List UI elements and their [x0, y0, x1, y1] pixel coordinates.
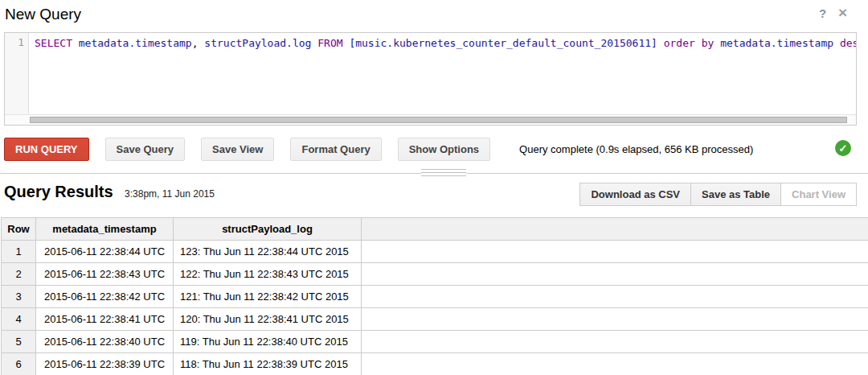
run-query-button[interactable]: RUN QUERY — [4, 138, 89, 161]
query-toolbar: RUN QUERY Save Query Save View Format Qu… — [4, 138, 864, 161]
table-cell[interactable]: 121: Thu Jun 11 22:38:42 UTC 2015 — [174, 286, 362, 308]
save-view-button[interactable]: Save View — [201, 138, 274, 161]
table-cell[interactable]: 3 — [2, 286, 36, 308]
code-token: SELECT — [35, 37, 72, 49]
results-timestamp: 3:38pm, 11 Jun 2015 — [125, 188, 215, 200]
save-query-button[interactable]: Save Query — [105, 138, 186, 161]
code-token: desc — [840, 37, 856, 49]
code-token — [657, 37, 664, 49]
code-token: order — [664, 37, 695, 49]
code-token: by — [702, 37, 714, 49]
sql-code-line[interactable]: SELECT metadata.timestamp, structPayload… — [30, 33, 856, 114]
results-header: Query Results 3:38pm, 11 Jun 2015 Downlo… — [4, 183, 857, 208]
results-actions: Download as CSV Save as Table Chart View — [579, 183, 857, 206]
code-token: structPayload.log — [204, 37, 311, 49]
save-as-table-button[interactable]: Save as Table — [690, 183, 781, 206]
table-cell[interactable]: 118: Thu Jun 11 22:38:39 UTC 2015 — [174, 353, 362, 375]
success-check-icon[interactable]: ✓ — [835, 140, 851, 156]
table-row: 62015-06-11 22:38:39 UTC118: Thu Jun 11 … — [2, 353, 868, 375]
table-header-row: Row metadata_timestamp structPayload_log — [2, 218, 868, 241]
query-status-text: Query complete (0.9s elapsed, 656 KB pro… — [519, 143, 753, 155]
table-cell[interactable]: 2015-06-11 22:38:39 UTC — [36, 353, 174, 375]
table-row: 32015-06-11 22:38:42 UTC121: Thu Jun 11 … — [2, 286, 868, 308]
table-cell[interactable]: 2015-06-11 22:38:44 UTC — [36, 241, 174, 263]
cell-filler — [362, 331, 868, 353]
editor-gutter: 1 — [5, 33, 29, 114]
code-token — [72, 37, 79, 49]
line-number: 1 — [18, 36, 24, 48]
table-row: 42015-06-11 22:38:41 UTC120: Thu Jun 11 … — [2, 308, 868, 331]
column-header-metadata-timestamp[interactable]: metadata_timestamp — [36, 218, 174, 241]
resize-grip-icon[interactable] — [421, 169, 466, 178]
code-token: metadata.timestamp — [79, 37, 192, 49]
code-token: FROM — [317, 37, 342, 49]
table-cell[interactable]: 5 — [2, 331, 36, 353]
results-table: Row metadata_timestamp structPayload_log… — [1, 217, 868, 375]
cell-filler — [362, 263, 868, 286]
editor-horizontal-scrollbar[interactable] — [5, 114, 856, 125]
cell-filler — [362, 353, 868, 375]
table-row: 12015-06-11 22:38:44 UTC123: Thu Jun 11 … — [2, 241, 868, 263]
column-header-filler — [362, 218, 868, 241]
code-token — [695, 37, 702, 49]
show-options-button[interactable]: Show Options — [398, 138, 490, 161]
cell-filler — [362, 241, 868, 263]
table-cell[interactable]: 123: Thu Jun 11 22:38:44 UTC 2015 — [174, 241, 362, 263]
page-title: New Query — [5, 6, 81, 23]
download-csv-button[interactable]: Download as CSV — [579, 183, 691, 206]
help-icon[interactable]: ? — [819, 6, 826, 20]
query-editor[interactable]: 1 SELECT metadata.timestamp, structPaylo… — [4, 32, 857, 126]
results-title: Query Results — [4, 183, 113, 201]
table-cell[interactable]: 2015-06-11 22:38:43 UTC — [36, 263, 174, 286]
table-cell[interactable]: 122: Thu Jun 11 22:38:43 UTC 2015 — [174, 263, 362, 286]
code-token: metadata.timestamp — [720, 37, 833, 49]
table-cell[interactable]: 4 — [2, 308, 36, 331]
table-cell[interactable]: 6 — [2, 353, 36, 375]
table-cell[interactable]: 120: Thu Jun 11 22:38:41 UTC 2015 — [174, 308, 362, 331]
table-cell[interactable]: 2 — [2, 263, 36, 286]
column-header-structpayload-log[interactable]: structPayload_log — [174, 218, 362, 241]
code-token: , — [192, 37, 205, 49]
code-token: [music.kubernetes_counter_default_count_… — [349, 37, 657, 49]
table-cell[interactable]: 2015-06-11 22:38:40 UTC — [36, 331, 174, 353]
scrollbar-thumb[interactable] — [30, 117, 847, 123]
table-cell[interactable]: 2015-06-11 22:38:42 UTC — [36, 286, 174, 308]
format-query-button[interactable]: Format Query — [290, 138, 381, 161]
chart-view-button[interactable]: Chart View — [780, 183, 857, 206]
code-token — [714, 37, 720, 49]
cell-filler — [362, 308, 868, 331]
table-cell[interactable]: 119: Thu Jun 11 22:38:40 UTC 2015 — [174, 331, 362, 353]
table-row: 52015-06-11 22:38:40 UTC119: Thu Jun 11 … — [2, 331, 868, 353]
column-header-row[interactable]: Row — [2, 218, 36, 241]
code-token — [833, 37, 840, 49]
close-icon[interactable]: × — [838, 4, 847, 22]
table-row: 22015-06-11 22:38:43 UTC122: Thu Jun 11 … — [2, 263, 868, 286]
cell-filler — [362, 286, 868, 308]
table-cell[interactable]: 1 — [2, 241, 36, 263]
table-cell[interactable]: 2015-06-11 22:38:41 UTC — [36, 308, 174, 331]
